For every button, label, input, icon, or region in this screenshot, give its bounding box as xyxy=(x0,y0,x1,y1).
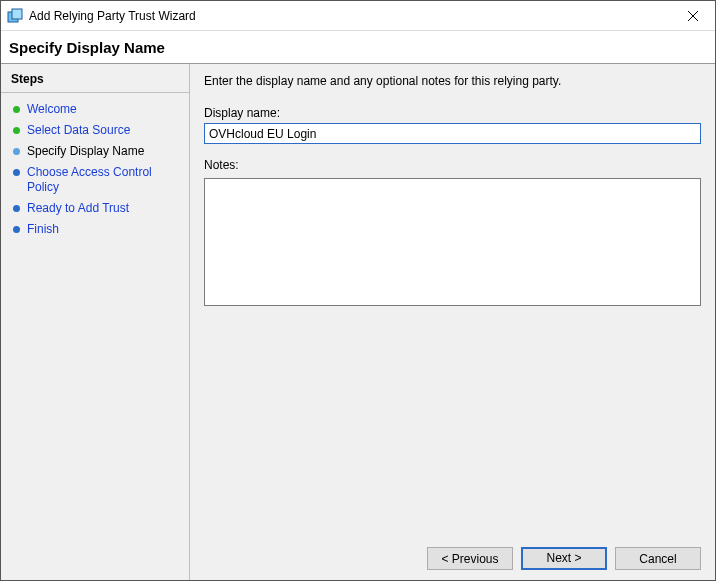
step-finish[interactable]: Finish xyxy=(1,219,189,240)
instruction-text: Enter the display name and any optional … xyxy=(204,74,701,88)
steps-sidebar: Steps Welcome Select Data Source Specify… xyxy=(1,64,190,580)
display-name-input[interactable] xyxy=(204,123,701,144)
step-label: Welcome xyxy=(27,102,77,117)
step-specify-display-name[interactable]: Specify Display Name xyxy=(1,141,189,162)
display-name-label: Display name: xyxy=(204,106,701,120)
step-label: Finish xyxy=(27,222,59,237)
step-label: Select Data Source xyxy=(27,123,130,138)
next-button[interactable]: Next > xyxy=(521,547,607,570)
wizard-body: Steps Welcome Select Data Source Specify… xyxy=(1,64,715,580)
step-label: Ready to Add Trust xyxy=(27,201,129,216)
step-label: Choose Access Control Policy xyxy=(27,165,181,195)
button-row: < Previous Next > Cancel xyxy=(427,547,701,570)
wizard-header: Specify Display Name xyxy=(1,31,715,64)
window-title: Add Relying Party Trust Wizard xyxy=(29,9,670,23)
cancel-button[interactable]: Cancel xyxy=(615,547,701,570)
step-select-data-source[interactable]: Select Data Source xyxy=(1,120,189,141)
step-bullet-icon xyxy=(13,169,20,176)
step-label: Specify Display Name xyxy=(27,144,144,159)
previous-button[interactable]: < Previous xyxy=(427,547,513,570)
titlebar: Add Relying Party Trust Wizard xyxy=(1,1,715,31)
step-choose-access-control-policy[interactable]: Choose Access Control Policy xyxy=(1,162,189,198)
svg-rect-1 xyxy=(12,9,22,19)
step-bullet-icon xyxy=(13,205,20,212)
notes-textarea[interactable] xyxy=(204,178,701,306)
step-bullet-icon xyxy=(13,226,20,233)
main-panel: Enter the display name and any optional … xyxy=(190,64,715,580)
wizard-window: Add Relying Party Trust Wizard Specify D… xyxy=(0,0,716,581)
steps-header: Steps xyxy=(1,70,189,93)
notes-label: Notes: xyxy=(204,158,701,172)
step-ready-to-add-trust[interactable]: Ready to Add Trust xyxy=(1,198,189,219)
close-button[interactable] xyxy=(670,1,715,31)
step-bullet-icon xyxy=(13,127,20,134)
page-title: Specify Display Name xyxy=(9,39,165,56)
step-bullet-icon xyxy=(13,106,20,113)
app-icon xyxy=(7,8,23,24)
steps-list: Welcome Select Data Source Specify Displ… xyxy=(1,99,189,240)
step-bullet-icon xyxy=(13,148,20,155)
step-welcome[interactable]: Welcome xyxy=(1,99,189,120)
